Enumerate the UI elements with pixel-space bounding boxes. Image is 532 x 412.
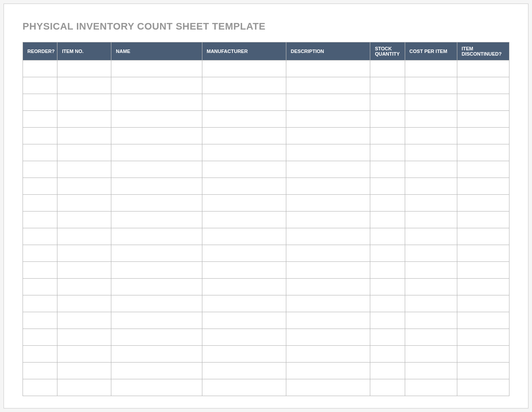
table-cell[interactable] [23,161,57,178]
table-cell[interactable] [202,379,286,396]
table-cell[interactable] [370,128,405,144]
table-cell[interactable] [57,144,111,161]
table-cell[interactable] [405,128,457,144]
table-cell[interactable] [405,60,457,77]
table-cell[interactable] [457,262,509,279]
table-cell[interactable] [111,77,202,94]
table-cell[interactable] [286,228,370,245]
table-cell[interactable] [23,279,57,295]
table-cell[interactable] [202,111,286,128]
table-cell[interactable] [370,295,405,312]
table-cell[interactable] [23,94,57,111]
table-cell[interactable] [57,312,111,329]
table-cell[interactable] [23,178,57,195]
table-cell[interactable] [405,144,457,161]
table-cell[interactable] [457,295,509,312]
table-cell[interactable] [370,60,405,77]
table-cell[interactable] [286,111,370,128]
table-cell[interactable] [457,77,509,94]
table-cell[interactable] [23,60,57,77]
table-cell[interactable] [23,195,57,212]
table-cell[interactable] [405,295,457,312]
table-cell[interactable] [111,329,202,346]
table-cell[interactable] [202,144,286,161]
table-cell[interactable] [57,212,111,228]
table-cell[interactable] [370,161,405,178]
table-cell[interactable] [405,94,457,111]
table-cell[interactable] [457,363,509,379]
table-cell[interactable] [457,379,509,396]
table-cell[interactable] [370,312,405,329]
table-cell[interactable] [370,262,405,279]
table-cell[interactable] [457,144,509,161]
table-cell[interactable] [23,111,57,128]
table-cell[interactable] [286,346,370,363]
table-cell[interactable] [111,178,202,195]
table-cell[interactable] [286,329,370,346]
table-cell[interactable] [57,379,111,396]
table-cell[interactable] [111,128,202,144]
table-cell[interactable] [202,329,286,346]
table-cell[interactable] [23,212,57,228]
table-cell[interactable] [57,94,111,111]
table-cell[interactable] [405,212,457,228]
table-cell[interactable] [405,363,457,379]
table-cell[interactable] [370,379,405,396]
table-cell[interactable] [202,178,286,195]
table-cell[interactable] [202,346,286,363]
table-cell[interactable] [457,195,509,212]
table-cell[interactable] [370,77,405,94]
table-cell[interactable] [202,77,286,94]
table-cell[interactable] [111,295,202,312]
table-cell[interactable] [286,60,370,77]
table-cell[interactable] [370,111,405,128]
table-cell[interactable] [57,262,111,279]
table-cell[interactable] [23,228,57,245]
table-cell[interactable] [457,329,509,346]
table-cell[interactable] [57,363,111,379]
table-cell[interactable] [57,295,111,312]
table-cell[interactable] [23,245,57,262]
table-cell[interactable] [202,245,286,262]
table-cell[interactable] [202,60,286,77]
table-cell[interactable] [111,144,202,161]
table-cell[interactable] [405,245,457,262]
table-cell[interactable] [405,279,457,295]
table-cell[interactable] [57,329,111,346]
table-cell[interactable] [57,228,111,245]
table-cell[interactable] [457,279,509,295]
table-cell[interactable] [57,128,111,144]
table-cell[interactable] [202,228,286,245]
table-cell[interactable] [457,178,509,195]
table-cell[interactable] [405,195,457,212]
table-cell[interactable] [370,212,405,228]
table-cell[interactable] [202,161,286,178]
table-cell[interactable] [202,279,286,295]
table-cell[interactable] [370,346,405,363]
table-cell[interactable] [405,178,457,195]
table-cell[interactable] [202,312,286,329]
table-cell[interactable] [111,346,202,363]
table-cell[interactable] [202,363,286,379]
table-cell[interactable] [286,94,370,111]
table-cell[interactable] [457,161,509,178]
table-cell[interactable] [23,346,57,363]
table-cell[interactable] [111,312,202,329]
table-cell[interactable] [370,228,405,245]
table-cell[interactable] [405,77,457,94]
table-cell[interactable] [111,212,202,228]
table-cell[interactable] [370,279,405,295]
table-cell[interactable] [111,111,202,128]
table-cell[interactable] [57,77,111,94]
table-cell[interactable] [405,346,457,363]
table-cell[interactable] [202,94,286,111]
table-cell[interactable] [57,161,111,178]
table-cell[interactable] [405,312,457,329]
table-cell[interactable] [286,77,370,94]
table-cell[interactable] [23,77,57,94]
table-cell[interactable] [286,279,370,295]
table-cell[interactable] [457,228,509,245]
table-cell[interactable] [370,178,405,195]
table-cell[interactable] [457,312,509,329]
table-cell[interactable] [111,245,202,262]
